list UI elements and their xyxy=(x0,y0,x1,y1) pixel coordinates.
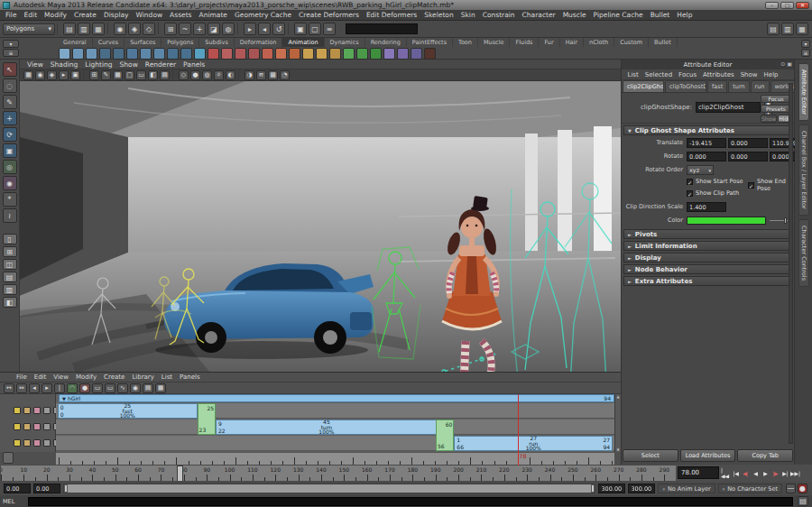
attribute-editor-header[interactable]: Attribute Editor ⊙▣ xyxy=(622,60,794,69)
four-pane-layout-icon[interactable]: ⊞ xyxy=(3,246,17,257)
mel-label[interactable]: MEL xyxy=(3,498,24,505)
section-node-behavior[interactable]: Node Behavior xyxy=(623,264,792,274)
persp-outliner-layout-icon[interactable]: ◫ xyxy=(3,259,17,270)
trax-library-icon[interactable]: ▤ xyxy=(143,383,153,393)
menu-modify[interactable]: Modify xyxy=(41,11,70,19)
sculpt-deformer-icon[interactable] xyxy=(275,48,287,60)
scene-new-icon[interactable]: ▤ xyxy=(63,23,76,35)
animation-start-field[interactable] xyxy=(4,484,31,493)
ae-tab-cliptoghostdata1[interactable]: clipToGhostData1 xyxy=(665,80,706,92)
track-up-icon[interactable] xyxy=(43,407,51,414)
menu-file[interactable]: File xyxy=(2,11,21,19)
jiggle-deformer-icon[interactable] xyxy=(289,48,300,60)
single-pane-layout-icon[interactable]: ▯ xyxy=(3,234,17,244)
menu-constrain[interactable]: Constrain xyxy=(479,11,519,19)
lock-icon[interactable] xyxy=(3,452,14,464)
shelf-tab-deformation[interactable]: Deformation xyxy=(235,38,283,47)
presets-button[interactable]: Presets xyxy=(761,105,791,113)
menu-edit-deformers[interactable]: Edit Deformers xyxy=(363,11,420,19)
track-mute-icon[interactable] xyxy=(14,423,21,430)
track-lock-icon[interactable] xyxy=(33,407,41,414)
trax-menu-file[interactable]: File xyxy=(13,373,31,381)
trax-time-ruler[interactable]: 78 xyxy=(56,452,614,466)
range-end-handle[interactable] xyxy=(591,484,595,493)
joint-tool-icon[interactable] xyxy=(59,48,70,60)
step-back-key-icon[interactable]: |◀ xyxy=(731,467,741,478)
trax-move-clip-icon[interactable]: ↔ xyxy=(4,383,14,393)
nonlinear-twist-icon[interactable] xyxy=(356,48,368,60)
trax-menu-view[interactable]: View xyxy=(50,373,72,381)
viewport-menu-show[interactable]: Show xyxy=(116,60,142,69)
trax-frame-all-icon[interactable]: ▭ xyxy=(92,383,103,393)
focus-button[interactable]: Focus xyxy=(761,95,791,103)
trax-trim-before-icon[interactable]: ◂ xyxy=(29,383,40,393)
scene-open-icon[interactable]: ▥ xyxy=(78,23,90,35)
trax-menu-list[interactable]: List xyxy=(158,373,176,381)
side-tab-character-controls[interactable]: Character Controls xyxy=(798,219,809,287)
playback-end-field[interactable] xyxy=(598,484,625,493)
track-up-icon[interactable] xyxy=(43,439,51,447)
viewport-menu-lighting[interactable]: Lighting xyxy=(81,60,115,69)
rotate-x-field[interactable] xyxy=(687,152,726,161)
ae-menu-attributes[interactable]: Attributes xyxy=(700,71,738,78)
trax-menu-modify[interactable]: Modify xyxy=(72,373,100,381)
track-solo-icon[interactable] xyxy=(23,423,31,430)
scale-tool-icon[interactable]: ▣ xyxy=(3,143,17,158)
attribute-editor-toggle-icon[interactable]: ▥ xyxy=(781,23,794,35)
motion-trail-icon[interactable] xyxy=(194,48,206,60)
menu-pipeline-cache[interactable]: Pipeline Cache xyxy=(590,11,647,19)
create-pose-icon[interactable] xyxy=(153,48,165,60)
side-tab-attribute-editor[interactable]: Attribute Editor xyxy=(798,63,809,121)
ae-menu-help[interactable]: Help xyxy=(761,71,781,78)
film-gate-icon[interactable]: ▢ xyxy=(125,70,134,80)
select-by-component-type-icon[interactable]: ◇ xyxy=(143,23,155,35)
track-lock-icon[interactable] xyxy=(33,423,41,430)
set-driven-key-icon[interactable] xyxy=(208,48,219,60)
2d-pan-zoom-icon[interactable]: ⊞ xyxy=(89,70,99,80)
trax-blend[interactable]: 6056 xyxy=(436,419,454,451)
translate-x-field[interactable] xyxy=(687,138,726,148)
create-clip-icon[interactable] xyxy=(140,48,152,60)
playback-start-field[interactable] xyxy=(33,484,60,493)
paint-selection-tool-icon[interactable]: ✎ xyxy=(3,95,17,109)
ae-tab-clip2clipghost[interactable]: clip2ClipGhost xyxy=(623,80,664,92)
menu-assets[interactable]: Assets xyxy=(166,11,195,19)
lattice-deformer-icon[interactable] xyxy=(235,48,246,60)
maximize-button[interactable]: □ xyxy=(780,2,794,9)
shelf-tab-muscle[interactable]: Muscle xyxy=(478,38,511,47)
menu-character[interactable]: Character xyxy=(519,11,559,19)
snap-to-curve-icon[interactable]: ~ xyxy=(179,23,191,35)
track-mute-icon[interactable] xyxy=(14,439,21,447)
trax-scale-clip-icon[interactable]: ⇔ xyxy=(16,383,27,393)
rotate-y-field[interactable] xyxy=(728,152,768,161)
menu-create-deformers[interactable]: Create Deformers xyxy=(295,11,363,19)
shelf-tab-bullet[interactable]: Bullet xyxy=(649,38,678,47)
range-slider[interactable] xyxy=(63,484,595,493)
auto-keyframe-icon[interactable]: ● xyxy=(798,484,807,493)
section-limit-information[interactable]: Limit Information xyxy=(623,241,792,251)
shelf-tab-menu-icon[interactable]: ▾ xyxy=(3,40,19,48)
shape-name-input[interactable] xyxy=(696,102,761,113)
color-slider-handle[interactable] xyxy=(784,217,787,224)
anim-layer-selector[interactable]: No Anim Layer xyxy=(658,484,715,493)
shelf-tab-toon[interactable]: Toon xyxy=(453,38,478,47)
set-breakdown-icon[interactable] xyxy=(113,48,125,60)
mute-timeline-icon[interactable]: — xyxy=(786,484,796,493)
trax-key-into-clip-icon[interactable]: ● xyxy=(79,383,90,393)
play-backward-icon[interactable]: ◀ xyxy=(751,467,761,478)
show-manipulator-tool-icon[interactable]: * xyxy=(3,192,17,207)
show-button[interactable]: Show xyxy=(761,115,777,123)
persp-trax-layout-icon[interactable]: ◧ xyxy=(3,297,17,308)
close-button[interactable]: ✕ xyxy=(796,2,809,9)
script-editor-icon[interactable]: ▤ xyxy=(798,496,808,506)
trax-clip-fast[interactable]: 25fast100%00 xyxy=(58,403,198,419)
custom-character-shelf-item-icon[interactable] xyxy=(424,48,436,60)
soft-modification-tool-icon[interactable]: ◉ xyxy=(3,176,17,190)
section-pivots[interactable]: Pivots xyxy=(623,229,792,239)
make-live-icon[interactable]: ◍ xyxy=(222,23,235,35)
minimize-button[interactable]: – xyxy=(765,2,779,9)
time-slider[interactable]: 0102030405060708090100110120130140150160… xyxy=(0,465,677,482)
step-forward-key-icon[interactable]: ▶| xyxy=(780,467,790,478)
trax-menu-panels[interactable]: Panels xyxy=(176,373,204,381)
select-camera-icon[interactable]: ▦ xyxy=(23,70,33,80)
